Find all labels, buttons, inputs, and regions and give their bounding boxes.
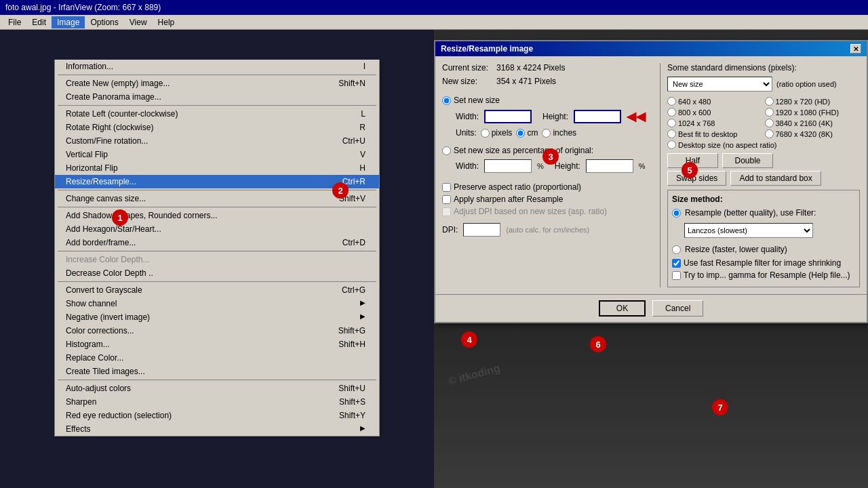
menu-color-corrections[interactable]: Color corrections... Shift+G bbox=[55, 324, 379, 338]
cancel-button[interactable]: Cancel bbox=[652, 300, 703, 317]
adjust-dpi-label: Adjust DPI based on new sizes (asp. rati… bbox=[454, 207, 607, 216]
unit-inches-label: inches bbox=[553, 128, 576, 138]
size-1280: 868 x 488 (HD) bbox=[765, 97, 861, 106]
menu-add-shadow[interactable]: Add Shadow, Shapes, Rounded corners... bbox=[55, 209, 379, 222]
adjust-dpi-checkbox bbox=[442, 207, 451, 216]
dpi-input[interactable]: 300 bbox=[463, 223, 500, 237]
size-desktop: Desktop size (no aspect ratio) bbox=[667, 140, 860, 149]
menu-custom-rotation[interactable]: Custom/Fine rotation... Ctrl+U bbox=[55, 134, 379, 148]
unit-pixels-radio[interactable] bbox=[481, 129, 490, 138]
menu-show-channel[interactable]: Show channel bbox=[55, 297, 379, 310]
width-input[interactable]: 3 bbox=[484, 110, 532, 123]
menu-auto-adjust[interactable]: Auto-adjust colors Shift+U bbox=[55, 382, 379, 395]
add-standard-button[interactable]: Add to standard box bbox=[730, 171, 821, 186]
menu-view[interactable]: View bbox=[124, 16, 153, 28]
size-3840-radio[interactable] bbox=[765, 119, 774, 127]
unit-inches-radio[interactable] bbox=[542, 129, 551, 138]
double-button[interactable]: Double bbox=[722, 153, 773, 168]
image-menu-dropdown: Information... I Create New (empty) imag… bbox=[54, 60, 380, 436]
resample-label: Resample (better quality), use Filter: bbox=[685, 208, 816, 218]
menu-tiled[interactable]: Create Tiled images... bbox=[55, 365, 379, 378]
menu-panorama[interactable]: Create Panorama image... bbox=[55, 90, 379, 104]
menu-grayscale[interactable]: Convert to Grayscale Ctrl+G bbox=[55, 283, 379, 297]
size-desktop-radio[interactable] bbox=[667, 140, 676, 149]
units-row: Units: pixels cm inches bbox=[456, 128, 653, 138]
annotation-circle-4: 4 bbox=[461, 331, 477, 348]
menu-red-eye[interactable]: Red eye reduction (selection) Shift+Y bbox=[55, 409, 379, 422]
dpi-label: DPI: bbox=[442, 225, 458, 235]
unit-cm-item: cm bbox=[516, 128, 538, 138]
menu-resize[interactable]: Resize/Resample... Ctrl+R bbox=[55, 175, 379, 188]
unit-pixels-item: pixels bbox=[481, 128, 513, 138]
size-800-radio[interactable] bbox=[667, 108, 676, 117]
unit-cm-radio[interactable] bbox=[516, 129, 525, 138]
preserve-aspect-row: Preserve aspect ratio (proportional) bbox=[442, 182, 653, 192]
current-size-label: Current size: bbox=[442, 63, 496, 73]
annotation-circle-2: 2 bbox=[332, 182, 349, 199]
menu-sharpen[interactable]: Sharpen Shift+S bbox=[55, 395, 379, 409]
menu-rotate-left[interactable]: Rotate Left (counter-clockwise) L bbox=[55, 107, 379, 121]
size-1280-radio[interactable] bbox=[765, 97, 774, 106]
set-new-size-label: Set new size bbox=[454, 96, 500, 105]
menu-canvas-size[interactable]: Change canvas size... Shift+V bbox=[55, 192, 379, 205]
width-height-row: Width: 3 Height: 4 ◀◀ bbox=[456, 109, 653, 124]
menu-replace-color[interactable]: Replace Color... bbox=[55, 351, 379, 365]
menu-rotate-right[interactable]: Rotate Right (clockwise) R bbox=[55, 121, 379, 134]
size-1920-radio[interactable] bbox=[765, 108, 774, 117]
current-size-value: 3168 x 4224 Pixels bbox=[496, 63, 565, 73]
new-size-dropdown-row: New size (ratio option used) bbox=[667, 77, 860, 92]
dialog-close-button[interactable]: ✕ bbox=[850, 44, 861, 54]
units-label: Units: bbox=[456, 128, 477, 138]
menu-vertical-flip[interactable]: Vertical Flip V bbox=[55, 148, 379, 161]
set-new-size-radio[interactable] bbox=[442, 96, 451, 105]
size-7680-radio[interactable] bbox=[765, 129, 774, 138]
menu-image[interactable]: Image bbox=[52, 16, 85, 28]
std-sizes-grid: 640 x 480 868 x 488 (HD) 800 x 600 1920… bbox=[667, 97, 860, 149]
annotation-circle-1: 1 bbox=[112, 209, 128, 226]
menu-options[interactable]: Options bbox=[85, 16, 123, 28]
std-dimensions-title: Some standard dimensions (pixels): bbox=[667, 63, 860, 73]
watermark4: © itkoding bbox=[447, 362, 501, 388]
pct-width-input[interactable]: 100.00 bbox=[484, 159, 532, 173]
try-icc-row: Try to imp... gamma for Resample (Help f… bbox=[672, 270, 855, 280]
size-3840: 3840 x 2160 (4K) bbox=[765, 119, 861, 127]
unit-pixels-label: pixels bbox=[492, 128, 513, 138]
menu-border[interactable]: Add border/frame... Ctrl+D bbox=[55, 236, 379, 249]
menu-information[interactable]: Information... I bbox=[55, 60, 379, 73]
separator7 bbox=[58, 380, 376, 380]
title-bar: foto awal.jpg - IrfanView (Zoom: 667 x 8… bbox=[0, 0, 868, 15]
ratio-text: (ratio option used) bbox=[776, 80, 837, 88]
adjust-dpi-row: Adjust DPI based on new sizes (asp. rati… bbox=[442, 207, 653, 216]
menu-create-new[interactable]: Create New (empty) image... Shift+N bbox=[55, 77, 379, 90]
menu-edit[interactable]: Edit bbox=[26, 16, 52, 28]
height-input[interactable]: 4 bbox=[574, 110, 621, 123]
resize-radio[interactable] bbox=[672, 245, 681, 254]
pct-height-input[interactable]: 100.00 bbox=[586, 159, 633, 173]
title-text: foto awal.jpg - IrfanView (Zoom: 667 x 8… bbox=[5, 3, 161, 12]
size-best-fit-radio[interactable] bbox=[667, 129, 676, 138]
size-1024-radio[interactable] bbox=[667, 119, 676, 127]
apply-sharpen-checkbox[interactable] bbox=[442, 195, 451, 204]
dialog-body: Current size: 3168 x 4224 Pixels New siz… bbox=[435, 56, 867, 294]
filter-select-row: Lanczos (slowest) bbox=[684, 220, 855, 241]
menu-horizontal-flip[interactable]: Horizontal Flip H bbox=[55, 161, 379, 175]
menu-hexagon[interactable]: Add Hexagon/Star/Heart... bbox=[55, 222, 379, 236]
size-640: 640 x 480 bbox=[667, 97, 763, 106]
menu-decrease-depth[interactable]: Decrease Color Depth .. bbox=[55, 266, 379, 280]
try-icc-checkbox[interactable] bbox=[672, 271, 681, 280]
ok-button[interactable]: OK bbox=[599, 300, 646, 317]
use-fast-checkbox[interactable] bbox=[672, 259, 681, 268]
menu-histogram[interactable]: Histogram... Shift+H bbox=[55, 338, 379, 351]
menu-help[interactable]: Help bbox=[153, 16, 180, 28]
menu-file[interactable]: File bbox=[3, 16, 26, 28]
menu-negative[interactable]: Negative (invert image) bbox=[55, 310, 379, 324]
set-percentage-radio[interactable] bbox=[442, 146, 451, 155]
size-640-radio[interactable] bbox=[667, 97, 676, 106]
menu-effects[interactable]: Effects bbox=[55, 422, 379, 436]
filter-select[interactable]: Lanczos (slowest) bbox=[684, 223, 813, 238]
preserve-aspect-checkbox[interactable] bbox=[442, 183, 451, 192]
new-size-select[interactable]: New size bbox=[667, 77, 772, 92]
resample-radio[interactable] bbox=[672, 209, 681, 218]
size-800: 800 x 600 bbox=[667, 108, 763, 117]
set-new-size-row: Set new size bbox=[442, 96, 653, 105]
